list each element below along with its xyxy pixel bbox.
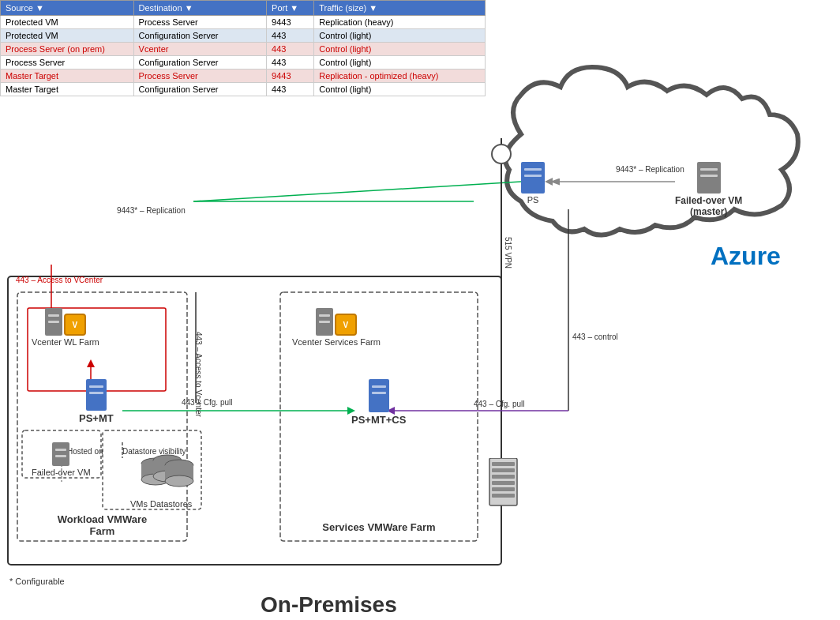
- table-row: Master Target Configuration Server 443 C…: [1, 83, 486, 96]
- vsphere-icon-svc: V: [335, 314, 357, 336]
- table-row: Protected VM Process Server 9443 Replica…: [1, 16, 486, 29]
- failed-vm-onprem-label: Failed-over VM: [32, 468, 91, 477]
- ps-mt-cs: PS+MT+CS: [351, 379, 406, 426]
- vpn-label: 515 VPN: [504, 237, 512, 269]
- svg-marker-11: [87, 359, 95, 367]
- vsphere-icon-wl: V: [64, 314, 86, 336]
- vpn-circle: [492, 145, 511, 163]
- control-443-label: 443 – control: [572, 333, 618, 341]
- vcenter-wl-farm: V Vcenter WL Farm: [32, 308, 99, 347]
- vcenter-svc-farm: V Vcenter Services Farm: [292, 308, 381, 347]
- table-row: Process Server Configuration Server 443 …: [1, 56, 486, 70]
- ps-mt-icon: [86, 379, 107, 411]
- col-destination[interactable]: Destination ▼: [133, 1, 267, 16]
- vms-datastores: VMs Datastores: [130, 454, 192, 509]
- services-farm-label: Services VMWare Farm: [280, 521, 478, 533]
- svg-rect-26: [492, 487, 515, 491]
- server-icon-svc: [316, 308, 333, 336]
- cfg-pull-label-right: 443 – Cfg. pull: [474, 400, 525, 408]
- access-vcenter-vertical-label: 443 – Access to Vcenter: [194, 332, 203, 418]
- col-source[interactable]: Source ▼: [1, 1, 134, 16]
- col-traffic[interactable]: Traffic (size) ▼: [314, 1, 486, 16]
- cylinder-svg: [140, 454, 195, 502]
- rack-icon: [486, 458, 521, 509]
- ps-mt-left: PS+MT: [79, 379, 114, 424]
- ps-cloud-label: PS: [527, 195, 539, 205]
- svg-marker-1: [545, 178, 553, 186]
- table-row: Master Target Process Server 9443 Replic…: [1, 70, 486, 83]
- cloud-shape: [505, 67, 798, 235]
- svg-rect-23: [492, 468, 515, 472]
- svg-rect-25: [492, 481, 515, 485]
- replication-label-top: 9443* – Replication: [616, 165, 684, 174]
- failed-vm-master-label: Failed-over VM(master): [675, 195, 742, 217]
- failed-vm-master-icon: [697, 162, 721, 194]
- cfg-pull-label-mid: 443 – Cfg. pull: [182, 398, 233, 407]
- vcenter-svc-icons: V: [316, 308, 357, 336]
- svg-rect-27: [492, 494, 515, 498]
- traffic-table: Source ▼ Destination ▼ Port ▼ Traffic (s…: [0, 0, 486, 96]
- access-vcenter-label: 443 – Access to VCenter: [16, 276, 103, 284]
- ps-mt-label: PS+MT: [79, 412, 114, 424]
- onprem-label: On-Premises: [261, 592, 397, 617]
- config-note: * Configurable: [9, 577, 65, 586]
- failed-vm-onprem: Failed-over VM: [32, 442, 91, 477]
- failed-vm-onprem-icon: [52, 442, 69, 466]
- ps-mt-cs-label: PS+MT+CS: [351, 414, 406, 426]
- svg-point-20: [165, 475, 193, 487]
- ps-cloud-server: PS: [521, 162, 545, 205]
- vcenter-wl-label: Vcenter WL Farm: [32, 337, 99, 347]
- ps-mt-cs-icon: [369, 379, 389, 412]
- replication-line-top: [193, 182, 521, 201]
- rack-server: [486, 458, 521, 509]
- svg-rect-22: [492, 462, 515, 466]
- svg-rect-24: [492, 475, 515, 479]
- replication-label-left: 9443* – Replication: [117, 206, 186, 215]
- datastore-cylinders: [140, 454, 183, 498]
- azure-label: Azure: [711, 242, 781, 270]
- table-row: Protected VM Configuration Server 443 Co…: [1, 29, 486, 43]
- col-port[interactable]: Port ▼: [267, 1, 314, 16]
- table-row: Process Server (on prem) Vcenter 443 Con…: [1, 43, 486, 56]
- vcenter-svc-label: Vcenter Services Farm: [292, 337, 381, 347]
- ps-cloud-icon: [521, 162, 545, 194]
- workload-farm-label: Workload VMWareFarm: [17, 513, 187, 537]
- vcenter-wl-icons: V: [45, 308, 86, 336]
- server-icon-wl: [45, 308, 62, 336]
- failed-vm-master: Failed-over VM(master): [675, 162, 742, 217]
